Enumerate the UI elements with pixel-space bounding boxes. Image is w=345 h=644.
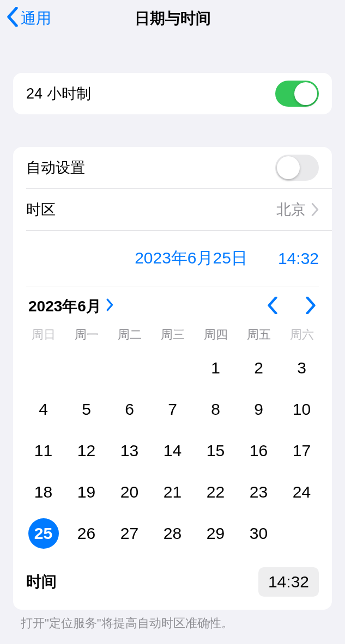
timezone-value: 北京 [276, 200, 306, 219]
toggle-24-hour[interactable] [275, 81, 319, 107]
selected-date-button[interactable]: 2023年6月25日 [135, 247, 247, 269]
toggle-auto-set[interactable] [275, 155, 319, 181]
calendar-day[interactable]: 2 [237, 347, 280, 389]
calendar-day[interactable]: 26 [65, 513, 108, 554]
calendar-day[interactable]: 17 [280, 430, 323, 471]
calendar-day[interactable]: 8 [194, 389, 237, 430]
calendar-day[interactable]: 28 [151, 513, 194, 554]
calendar-day[interactable]: 22 [194, 471, 237, 513]
calendar-day[interactable]: 25 [22, 513, 65, 554]
calendar-day[interactable]: 24 [280, 471, 323, 513]
calendar-empty-cell [108, 347, 151, 389]
calendar-day[interactable]: 3 [280, 347, 323, 389]
calendar-day[interactable]: 20 [108, 471, 151, 513]
calendar-day[interactable]: 14 [151, 430, 194, 471]
row-24-hour: 24 小时制 [13, 73, 332, 114]
weekday-label: 周三 [151, 327, 194, 343]
calendar-day[interactable]: 21 [151, 471, 194, 513]
row-label-auto-set: 自动设置 [26, 158, 85, 177]
calendar-day[interactable]: 1 [194, 347, 237, 389]
chevron-left-icon [7, 7, 19, 30]
calendar-day[interactable]: 27 [108, 513, 151, 554]
calendar-day[interactable]: 30 [237, 513, 280, 554]
next-month-button[interactable] [305, 297, 317, 316]
calendar-day[interactable]: 5 [65, 389, 108, 430]
chevron-right-icon [106, 298, 114, 315]
row-auto-set: 自动设置 [13, 147, 332, 188]
footnote: 打开"定位服务"将提高自动时区准确性。 [0, 610, 345, 637]
weekday-label: 周四 [194, 327, 237, 343]
calendar-empty-cell [22, 347, 65, 389]
calendar-empty-cell [151, 347, 194, 389]
row-label-timezone: 时区 [26, 200, 56, 219]
calendar-day[interactable]: 11 [22, 430, 65, 471]
row-timezone[interactable]: 时区 北京 [13, 189, 332, 230]
calendar-day[interactable]: 16 [237, 430, 280, 471]
selected-time-button[interactable]: 14:32 [278, 249, 319, 268]
month-label: 2023年6月 [28, 296, 101, 317]
calendar-empty-cell [65, 347, 108, 389]
calendar-day[interactable]: 9 [237, 389, 280, 430]
page-title: 日期与时间 [0, 8, 345, 29]
weekday-label: 周五 [237, 327, 280, 343]
calendar-day[interactable]: 19 [65, 471, 108, 513]
time-picker-button[interactable]: 14:32 [258, 567, 319, 597]
calendar-day[interactable]: 13 [108, 430, 151, 471]
calendar-day[interactable]: 7 [151, 389, 194, 430]
calendar-day[interactable]: 18 [22, 471, 65, 513]
weekday-label: 周一 [65, 327, 108, 343]
month-picker-button[interactable]: 2023年6月 [28, 296, 114, 317]
weekday-label: 周二 [108, 327, 151, 343]
back-button[interactable]: 通用 [0, 7, 51, 30]
calendar-day[interactable]: 15 [194, 430, 237, 471]
weekday-label: 周日 [22, 327, 65, 343]
calendar-day[interactable]: 23 [237, 471, 280, 513]
row-label-24-hour: 24 小时制 [26, 84, 91, 103]
calendar-day[interactable]: 29 [194, 513, 237, 554]
prev-month-button[interactable] [267, 297, 279, 316]
calendar-day[interactable]: 10 [280, 389, 323, 430]
calendar-day[interactable]: 4 [22, 389, 65, 430]
chevron-right-icon [311, 203, 319, 216]
calendar-day[interactable]: 6 [108, 389, 151, 430]
weekday-label: 周六 [280, 327, 323, 343]
time-row-label: 时间 [26, 572, 57, 592]
calendar-day[interactable]: 12 [65, 430, 108, 471]
back-label: 通用 [21, 8, 51, 29]
